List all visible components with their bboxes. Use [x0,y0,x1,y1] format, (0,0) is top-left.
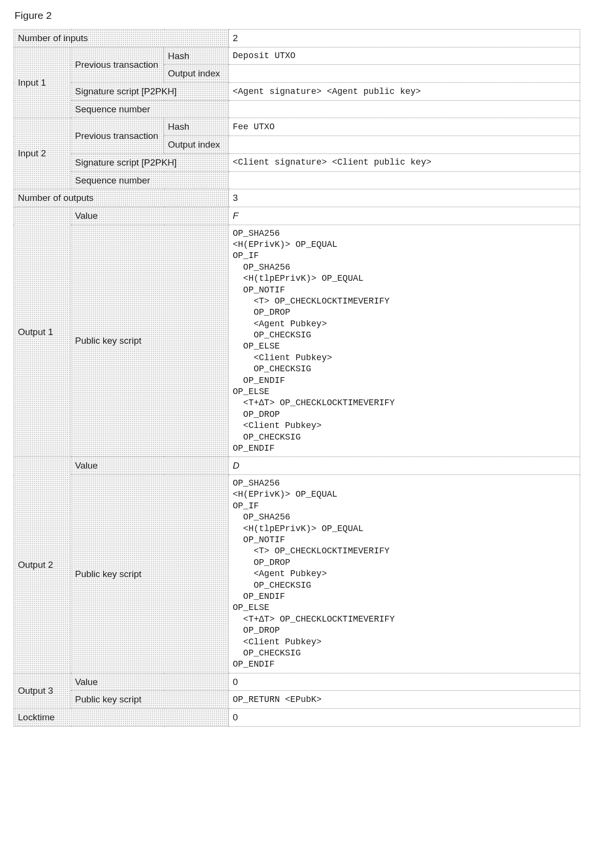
locktime-value: 0 [229,709,580,727]
output2-label: Output 2 [14,457,71,673]
input2-outidx-label: Output index [164,136,229,154]
input1-outidx-label: Output index [164,65,229,83]
output1-pks: OP_SHA256 <H(EPrivK)> OP_EQUAL OP_IF OP_… [229,225,580,457]
output2-value: D [229,457,580,475]
input2-sig-label: Signature script [P2PKH] [71,153,229,171]
output2-pks: OP_SHA256 <H(EPrivK)> OP_EQUAL OP_IF OP_… [229,475,580,673]
input1-sig-label: Signature script [P2PKH] [71,83,229,101]
output1-value-label: Value [71,207,229,225]
input1-label: Input 1 [14,47,71,118]
input1-prevtx-label: Previous transaction [71,47,164,82]
input1-sig-value: <Agent signature> <Agent public key> [229,83,580,101]
transaction-table: Number of inputs 2 Input 1 Previous tran… [14,29,580,727]
input1-hash-label: Hash [164,47,229,65]
figure-label: Figure 2 [15,10,586,21]
input1-hash-value: Deposit UTXO [229,47,580,65]
input2-seq-label: Sequence number [71,171,229,189]
output3-label: Output 3 [14,673,71,708]
output2-value-label: Value [71,457,229,475]
input2-sig-value: <Client signature> <Client public key> [229,153,580,171]
output3-pks: OP_RETURN <EPubK> [229,691,580,709]
output1-value: F [229,207,580,225]
output3-value: 0 [229,673,580,691]
num-outputs-value: 3 [229,189,580,207]
output3-value-label: Value [71,673,229,691]
input2-label: Input 2 [14,118,71,189]
num-outputs-label: Number of outputs [14,189,229,207]
input2-hash-value: Fee UTXO [229,118,580,136]
num-inputs-label: Number of inputs [14,30,229,47]
num-inputs-value: 2 [229,30,580,47]
input1-seq-label: Sequence number [71,100,229,118]
output1-label: Output 1 [14,207,71,457]
output2-pks-label: Public key script [71,475,229,673]
output3-pks-label: Public key script [71,691,229,709]
input1-seq-value [229,100,580,118]
input2-prevtx-label: Previous transaction [71,118,164,153]
input2-hash-label: Hash [164,118,229,136]
input1-outidx-value [229,65,580,83]
input2-outidx-value [229,136,580,154]
locktime-label: Locktime [14,709,229,727]
output1-pks-label: Public key script [71,225,229,457]
input2-seq-value [229,171,580,189]
